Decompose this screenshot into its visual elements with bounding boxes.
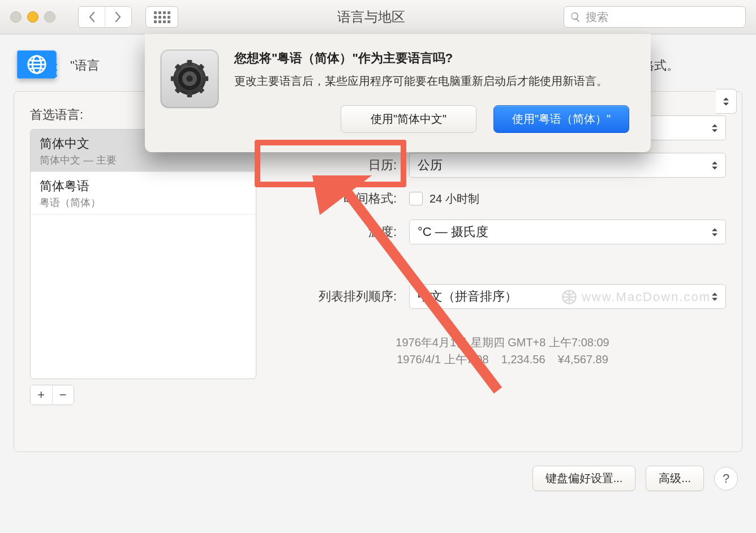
globe-icon [26,54,48,75]
use-cantonese-button[interactable]: 使用"粤语（简体）" [493,105,629,133]
svg-rect-6 [187,92,192,97]
svg-rect-8 [203,76,208,81]
temperature-label: 温度: [279,223,397,240]
search-input[interactable] [585,10,740,24]
zoom-window-button[interactable] [44,11,55,23]
calendar-value: 公历 [418,157,443,174]
advanced-button[interactable]: 高级... [646,466,704,491]
use-simplified-chinese-button[interactable]: 使用"简体中文" [341,105,476,133]
dialog-message: 更改主要语言后，某些应用程序可能要在电脑重新启动后才能使用新语言。 [234,72,629,89]
svg-rect-7 [171,76,177,81]
add-language-button[interactable]: + [31,385,52,405]
language-item-title: 简体粤语 [40,178,247,195]
watermark-icon [561,289,577,305]
footer-row: 键盘偏好设置... 高级... ? [14,466,742,497]
time-format-checkbox[interactable] [409,192,423,205]
svg-rect-5 [187,60,192,66]
list-item[interactable]: 简体粤语 粤语（简体） [31,172,256,214]
language-item-subtitle: 粤语（简体） [40,196,247,209]
show-all-prefs-button[interactable] [145,6,178,28]
nav-history-group [78,6,132,28]
temperature-value: °C — 摄氏度 [418,223,488,240]
grid-icon [154,11,170,23]
region-select-fragment[interactable] [716,89,737,114]
stepper-caret-icon [720,94,732,109]
minimize-window-button[interactable] [27,11,38,23]
watermark-text: www.MacDown.com [582,290,711,304]
help-button[interactable]: ? [714,467,738,491]
stepper-caret-icon [708,225,721,240]
pane-description-prefix: "语言 [70,58,100,72]
time-format-label: 时间格式: [279,190,397,207]
time-format-value: 24 小时制 [429,191,479,207]
search-icon [570,11,581,23]
example-line-1: 1976年4月1日 星期四 GMT+8 上午7:08:09 [279,334,726,351]
row-time-format: 时间格式: 24 小时制 [279,190,726,207]
add-remove-group: + − [30,385,74,405]
dialog-title: 您想将"粤语（简体）"作为主要语言吗? [234,50,629,67]
language-list[interactable]: 简体中文 简体中文 — 主要 简体粤语 粤语（简体） [30,129,256,379]
confirm-language-dialog: 您想将"粤语（简体）"作为主要语言吗? 更改主要语言后，某些应用程序可能要在电脑… [145,34,651,152]
stepper-caret-icon [708,158,721,173]
forward-button[interactable] [105,7,131,27]
titlebar: 语言与地区 [0,0,756,35]
regional-settings-section: 每周的第一天: 星期日 日历: 公历 时间格式: [279,106,726,435]
preferred-languages-section: 首选语言: 简体中文 简体中文 — 主要 简体粤语 粤语（简体） + − [30,106,256,435]
search-field-wrap[interactable] [564,6,746,28]
list-sort-label: 列表排列顺序: [279,288,397,305]
example-line-2: 1976/4/1 上午7:08 1,234.56 ¥4,567.89 [279,351,726,368]
window-title: 语言与地区 [184,8,558,26]
calendar-select[interactable]: 公历 [409,153,726,178]
svg-point-15 [186,75,193,82]
stepper-caret-icon [708,121,721,136]
list-sort-value: 中文（拼音排序） [418,288,517,305]
back-button[interactable] [79,7,105,27]
remove-language-button[interactable]: − [52,385,74,405]
keyboard-prefs-button[interactable]: 键盘偏好设置... [532,466,636,491]
row-temperature: 温度: °C — 摄氏度 [279,220,726,244]
close-window-button[interactable] [10,11,22,23]
language-region-icon [14,47,60,82]
language-item-subtitle: 简体中文 — 主要 [40,153,247,167]
watermark: www.MacDown.com [561,289,711,305]
temperature-select[interactable]: °C — 摄氏度 [409,220,726,244]
system-preferences-icon [161,50,218,108]
row-calendar: 日历: 公历 [279,153,726,178]
calendar-label: 日历: [279,157,397,174]
format-examples: 1976年4月1日 星期四 GMT+8 上午7:08:09 1976/4/1 上… [279,334,726,368]
